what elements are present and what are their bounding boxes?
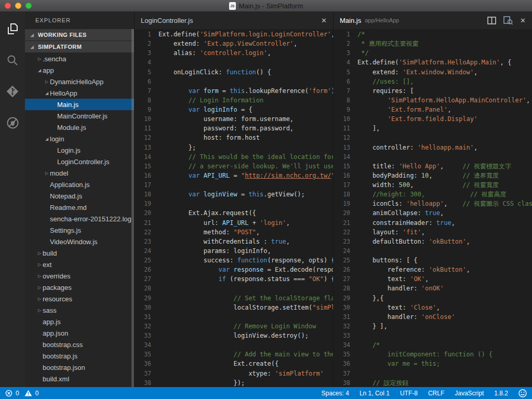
- code-text: method: "POST",: [158, 228, 333, 237]
- chevron-right-icon: ▷: [36, 251, 43, 256]
- chevron-right-icon: ▷: [44, 171, 50, 176]
- tree-item-app[interactable]: ◢app: [25, 64, 134, 76]
- status-item-ln-1-col-1[interactable]: Ln 1, Col 1: [360, 390, 390, 397]
- code-line: 27 text: 'OK',: [334, 274, 532, 284]
- tree-item-app-json[interactable]: app.json: [25, 327, 134, 339]
- code-line: 20 Ext.Ajax.request({: [135, 208, 333, 218]
- tree-item-readme-md[interactable]: Readme.md: [25, 202, 134, 213]
- line-number: 6: [334, 77, 357, 86]
- code-line: 36 Ext.create({: [135, 359, 333, 368]
- line-number: 3: [334, 48, 357, 58]
- line-number: 12: [334, 133, 357, 142]
- tree-item-build[interactable]: ▷build: [25, 247, 134, 259]
- tree-item-notepad-js[interactable]: Notepad.js: [25, 190, 134, 202]
- editor-right-title[interactable]: Main.js: [340, 17, 361, 24]
- status-item-javascript[interactable]: JavaScript: [455, 390, 484, 397]
- status-item-spaces-4[interactable]: Spaces: 4: [322, 390, 349, 397]
- status-item-1-8-2[interactable]: 1.8.2: [494, 390, 508, 397]
- code-text: constrainHeader: true,: [357, 218, 532, 228]
- working-files-section-header[interactable]: ◢ WORKING FILES: [25, 29, 134, 41]
- code-line: 19 iconCls: 'helloapp', // 視窗圖示 CSS clas…: [334, 199, 532, 208]
- tree-item-packages[interactable]: ▷packages: [25, 282, 134, 293]
- status-item-crlf[interactable]: CRLF: [428, 390, 444, 397]
- project-section-header[interactable]: ◢ SIMPLATFORM: [25, 41, 134, 52]
- tree-item-resources[interactable]: ▷resources: [25, 293, 134, 304]
- tree-item-login-js[interactable]: Login.js: [25, 144, 134, 156]
- line-number: 25: [135, 256, 158, 265]
- debug-button[interactable]: [0, 109, 25, 136]
- tree-item-sencha-error-20151222-log[interactable]: sencha-error-20151222.log: [25, 213, 134, 224]
- code-text: [357, 369, 532, 378]
- tree-item-overrides[interactable]: ▷overrides: [25, 270, 134, 282]
- tree-item-logincontroller-js[interactable]: LoginController.js: [25, 156, 134, 167]
- line-number: 26: [334, 265, 357, 274]
- line-number: 1: [135, 30, 158, 39]
- tree-item-login[interactable]: ◢login: [25, 133, 134, 144]
- tree-item-application-js[interactable]: Application.js: [25, 179, 134, 190]
- problems-indicator[interactable]: 0 0: [5, 390, 38, 397]
- search-icon: [6, 54, 19, 67]
- code-line: 14 // This would be the ideal location f…: [135, 152, 333, 162]
- code-text: title: 'Hello App', // 視窗標題文字: [357, 162, 532, 171]
- tree-item-app-js[interactable]: app.js: [25, 316, 134, 327]
- code-text: [158, 340, 333, 350]
- tree-item-module-js[interactable]: Module.js: [25, 122, 134, 133]
- tree-item-label: sass: [43, 307, 57, 314]
- tree-item-sass[interactable]: ▷sass: [25, 304, 134, 316]
- sidebar-scrollbar[interactable]: [131, 29, 134, 387]
- tree-item-label: Settings.js: [50, 227, 81, 234]
- code-text: onLoginClick: function() {: [158, 68, 333, 77]
- tree-item-label: Notepad.js: [50, 192, 82, 200]
- tree-item-videowindow-js[interactable]: VideoWindow.js: [25, 236, 134, 247]
- code-line: 38 });: [135, 378, 333, 387]
- code-text: iconCls: 'helloapp', // 視窗圖示 CSS class: [357, 199, 532, 208]
- code-text: var me = this;: [357, 359, 532, 368]
- feedback-smiley-icon[interactable]: [518, 389, 527, 397]
- code-text: extend: 'Ext.app.ViewController',: [158, 39, 333, 48]
- code-line: 37: [334, 369, 532, 378]
- tree-item-settings-js[interactable]: Settings.js: [25, 224, 134, 236]
- code-line: 3 */: [334, 48, 532, 58]
- code-line: 25 success: function(response, opts) {: [135, 256, 333, 265]
- tree-item-build-xml[interactable]: build.xml: [25, 373, 134, 384]
- editor-left-title[interactable]: LoginController.js: [141, 17, 193, 24]
- line-number: 23: [135, 237, 158, 246]
- tree-item-maincontroller-js[interactable]: MainController.js: [25, 110, 134, 122]
- code-area-right[interactable]: 1/*2 * 應用程式主要視窗3 */4Ext.define('SimPlatf…: [334, 29, 532, 387]
- tree-item-main-js[interactable]: Main.js: [25, 99, 134, 110]
- code-text: /*: [357, 30, 532, 39]
- code-line: 28: [135, 284, 333, 293]
- tree-item-bootstrap-css[interactable]: bootstrap.css: [25, 339, 134, 350]
- line-number: 2: [135, 39, 158, 48]
- chevron-right-icon: ▷: [36, 262, 43, 267]
- open-preview-icon[interactable]: [503, 16, 513, 25]
- explorer-button[interactable]: [0, 16, 25, 43]
- tree-item-label: build: [43, 249, 57, 257]
- tree-item-bootstrap-js[interactable]: bootstrap.js: [25, 350, 134, 362]
- tree-item-ext[interactable]: ▷ext: [25, 259, 134, 270]
- tree-item-model[interactable]: ▷model: [25, 167, 134, 179]
- line-number: 38: [334, 378, 357, 387]
- tree-item-label: model: [50, 169, 68, 177]
- code-line: 13 };: [135, 143, 333, 152]
- section-label: SIMPLATFORM: [38, 44, 82, 50]
- code-line: 11 ],: [334, 124, 532, 133]
- status-bar: 0 0 Spaces: 4Ln 1, Col 1UTF-8CRLFJavaScr…: [0, 387, 532, 399]
- line-number: 18: [334, 190, 357, 199]
- tree-item-helloapp[interactable]: ◢HelloApp: [25, 87, 134, 99]
- status-item-utf-8[interactable]: UTF-8: [400, 390, 418, 397]
- tree-item-bootstrap-json[interactable]: bootstrap.json: [25, 362, 134, 373]
- close-icon[interactable]: ✕: [520, 17, 526, 24]
- tree-item--sencha[interactable]: ▷.sencha: [25, 53, 134, 64]
- tree-item-dynamichelloapp[interactable]: ▷DynamicHelloApp: [25, 76, 134, 87]
- split-editor-icon[interactable]: [487, 17, 496, 24]
- line-number: 17: [135, 180, 158, 190]
- line-number: 2: [334, 39, 357, 48]
- code-line: 36 var me = this;: [334, 359, 532, 368]
- code-area-left[interactable]: 1Ext.define('SimPlatform.login.LoginCont…: [135, 29, 333, 387]
- code-line: 31: [135, 312, 333, 322]
- search-button[interactable]: [0, 47, 25, 74]
- git-button[interactable]: [0, 78, 25, 105]
- close-icon[interactable]: ✕: [321, 17, 327, 24]
- code-text: var API_URL = "http://sim.nchc.org.tw/": [158, 171, 333, 180]
